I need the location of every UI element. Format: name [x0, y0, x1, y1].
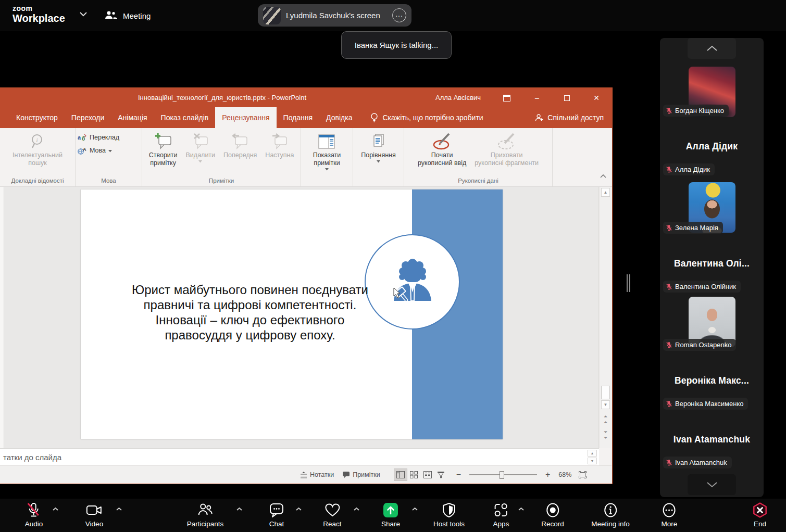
notes-pane[interactable]: татки до слайда ▲ ▼ [0, 448, 599, 465]
meeting-info-button[interactable]: Meeting info [591, 502, 630, 528]
scrollbar-thumb[interactable] [601, 386, 610, 399]
audio-options-chevron-icon[interactable] [52, 507, 59, 511]
new-comment-button[interactable]: Створити примітку [145, 129, 181, 167]
apps-options-chevron-icon[interactable] [518, 507, 525, 511]
tab-podannya[interactable]: Подання [277, 107, 320, 128]
tab-perekhody[interactable]: Переходи [65, 107, 111, 128]
muted-mic-icon [666, 400, 672, 407]
heart-icon [324, 502, 341, 518]
scroll-down-icon[interactable]: ▼ [601, 400, 610, 409]
zoom-out-button[interactable]: − [448, 470, 465, 479]
ppt-status-bar: Нотатки Примітки − + 68% [0, 465, 612, 484]
chat-button[interactable]: Chat [269, 502, 284, 528]
share-access-button[interactable]: Спільний доступ [527, 107, 612, 128]
notes-scroll-up-icon[interactable]: ▲ [588, 450, 597, 457]
lightbulb-icon [370, 113, 378, 123]
group-label-details: Докладні відомості [2, 176, 73, 186]
smart-lookup-icon: i [30, 132, 45, 151]
meeting-tab-label: Meeting [123, 11, 151, 20]
tab-dovidka[interactable]: Довідка [319, 107, 359, 128]
previous-comment-button[interactable]: Попередня [220, 129, 260, 159]
react-button[interactable]: React [323, 502, 341, 528]
slide-sorter-view-button[interactable] [407, 468, 421, 481]
filmstrip-scroll-up-button[interactable] [688, 38, 736, 59]
ribbon-group-ink: Почати рукописний ввід Приховати рукопис… [404, 128, 553, 186]
participant-label: Зелена Марія [663, 222, 723, 234]
muted-mic-icon [666, 107, 672, 114]
ribbon-group-show-comments: Показати примітки [301, 128, 353, 186]
next-slide-icon[interactable]: ⏷⏷ [601, 430, 610, 439]
talking-toast-text: Іванка Ящук is talking... [355, 41, 438, 49]
workspace-chevron-down-icon[interactable] [79, 11, 88, 17]
delete-comment-icon [191, 132, 210, 151]
notes-scroll-down-icon[interactable]: ▼ [588, 458, 597, 464]
lawyer-gavel-icon [386, 255, 439, 307]
slide-canvas[interactable]: Юрист майбутнього повинен поєднувати пра… [81, 189, 503, 439]
zoom-slider[interactable] [469, 474, 537, 475]
meeting-tab[interactable]: Meeting [104, 7, 151, 24]
fit-to-window-button[interactable] [576, 468, 589, 481]
translate-button[interactable]: а б Переклад [78, 133, 119, 142]
zoom-in-button[interactable]: + [541, 470, 554, 479]
tab-animatsiya[interactable]: Анімація [111, 107, 154, 128]
tab-retsenzuvannya[interactable]: Рецензування [215, 107, 276, 128]
compare-button[interactable]: Порівняння [357, 129, 400, 163]
shield-icon [442, 502, 456, 518]
tell-me-box[interactable]: Скажіть, що потрібно зробити [364, 107, 489, 128]
start-inking-button[interactable]: Почати рукописний ввід [414, 129, 470, 167]
participant-label: Алла Дідик [663, 163, 715, 175]
ppt-account-name: Алла Авсієвич [435, 94, 481, 102]
record-button[interactable]: Record [541, 502, 564, 528]
normal-view-button[interactable] [394, 468, 407, 481]
more-button[interactable]: More [662, 502, 678, 528]
video-options-chevron-icon[interactable] [116, 507, 122, 511]
audio-button[interactable]: Audio [25, 502, 43, 528]
talking-toast: Іванка Ящук is talking... [341, 31, 452, 59]
ppt-ribbon-tabs: Конструктор Переходи Анімація Показ слай… [0, 107, 612, 128]
collapse-ribbon-icon[interactable] [600, 174, 607, 179]
chat-options-chevron-icon[interactable] [295, 507, 302, 511]
notes-toggle-button[interactable]: Нотатки [296, 471, 338, 478]
reading-view-button[interactable] [421, 468, 434, 481]
minimize-button[interactable]: – [529, 92, 545, 104]
scroll-up-icon[interactable]: ▲ [601, 188, 610, 197]
shared-screen-more-icon[interactable]: ... [392, 8, 406, 22]
slide-body-text[interactable]: Юрист майбутнього повинен поєднувати пра… [112, 282, 388, 343]
show-comments-icon [318, 132, 335, 151]
comments-toggle-button[interactable]: Примітки [338, 471, 384, 478]
notes-placeholder: татки до слайда [3, 453, 61, 462]
participants-options-chevron-icon[interactable] [236, 507, 243, 511]
participants-button[interactable]: Participants [187, 502, 224, 528]
end-button[interactable]: End [752, 502, 768, 528]
previous-slide-icon[interactable]: ⏶⏶ [601, 415, 610, 424]
ribbon-group-language: а б Переклад А Мова Мова [76, 128, 142, 186]
participant-name-header: Вероніка Макс... [660, 375, 764, 386]
tab-konstruktor[interactable]: Конструктор [9, 107, 65, 128]
group-label-compare [355, 176, 402, 186]
smart-lookup-button[interactable]: i Інтелектуальний пошук [9, 129, 66, 167]
tab-pokaz-slaidiv[interactable]: Показ слайдів [154, 107, 216, 128]
maximize-button[interactable] [559, 92, 575, 104]
next-comment-button[interactable]: Наступна [261, 129, 297, 159]
participant-name-header: Валентина Олі... [660, 258, 764, 269]
filmstrip-scroll-down-button[interactable] [688, 474, 736, 495]
delete-comment-button[interactable]: Видалити [182, 129, 219, 163]
share-button[interactable]: Share [381, 502, 400, 528]
shared-screen-pill[interactable]: Lyudmila Savchuk's screen ... [258, 4, 411, 27]
zoom-slider-knob[interactable] [500, 471, 504, 479]
apps-button[interactable]: Apps [493, 502, 509, 528]
close-button[interactable]: ✕ [589, 92, 604, 104]
share-options-chevron-icon[interactable] [411, 507, 418, 511]
ppt-title-bar: Інноваційні_технології_для_юристів.pptx … [0, 88, 612, 107]
zoom-level[interactable]: 68% [554, 471, 576, 478]
language-button[interactable]: А Мова [78, 146, 112, 155]
hide-ink-button[interactable]: Приховати рукописні фрагменти [471, 129, 542, 167]
slideshow-view-button[interactable] [434, 468, 448, 481]
react-options-chevron-icon[interactable] [353, 507, 360, 511]
vertical-scrollbar[interactable]: ▲ ▼ ⏶⏶ ⏷⏷ [600, 187, 611, 448]
video-button[interactable]: Video [85, 502, 103, 528]
ribbon-display-options-icon[interactable] [499, 92, 515, 104]
filmstrip-drag-handle[interactable] [627, 274, 630, 292]
host-tools-button[interactable]: Host tools [433, 502, 465, 528]
show-comments-button[interactable]: Показати примітки [309, 129, 345, 171]
